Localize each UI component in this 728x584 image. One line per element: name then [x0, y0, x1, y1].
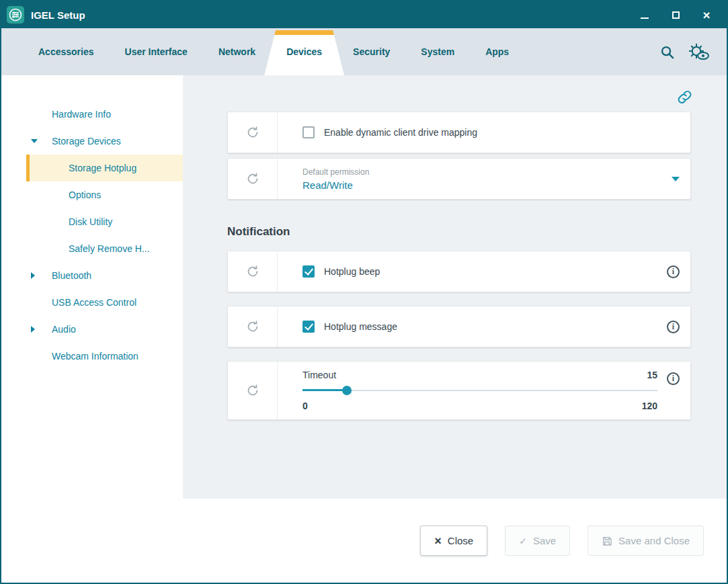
- dropdown-caret-icon[interactable]: [672, 177, 680, 181]
- drive-mapping-checkbox[interactable]: [302, 126, 315, 138]
- hotplug-beep-label: Hotplug beep: [324, 266, 380, 277]
- timeout-max: 120: [642, 401, 657, 411]
- footer-bar: × Close ✓ Save Save and Close: [1, 499, 727, 583]
- timeout-value: 15: [647, 370, 657, 380]
- timeout-label: Timeout: [302, 370, 336, 380]
- sidebar-item-storage-devices[interactable]: Storage Devices: [1, 128, 183, 155]
- sidebar-item-storage-hotplug[interactable]: Storage Hotplug: [26, 155, 183, 181]
- section-title-notification: Notification: [227, 225, 691, 239]
- reset-to-default-button[interactable]: [228, 159, 278, 199]
- save-button[interactable]: ✓ Save: [505, 526, 570, 556]
- chevron-right-icon[interactable]: [31, 272, 35, 279]
- close-button[interactable]: × Close: [420, 526, 487, 556]
- tab-network[interactable]: Network: [203, 28, 271, 75]
- reset-to-default-button[interactable]: [228, 112, 278, 153]
- minimize-icon: [641, 17, 649, 19]
- tab-bar: Accessories User Interface Network Devic…: [1, 28, 727, 75]
- body: Hardware Info Storage Devices Storage Ho…: [1, 75, 727, 499]
- slider-thumb[interactable]: [342, 386, 352, 395]
- hotplug-beep-checkbox[interactable]: [302, 265, 315, 278]
- reset-to-default-button[interactable]: [228, 251, 278, 292]
- igel-setup-window: IGEL Setup × Accessories User Interface …: [0, 0, 728, 584]
- minimize-button[interactable]: [639, 9, 650, 20]
- reset-to-default-button[interactable]: [228, 362, 278, 419]
- tab-apps[interactable]: Apps: [470, 28, 524, 75]
- setting-row-default-permission: Default permission Read/Write: [227, 158, 691, 200]
- search-icon[interactable]: [659, 44, 675, 60]
- igel-logo-icon: [7, 6, 24, 24]
- setting-row-timeout: Timeout 15 0 120 i: [227, 361, 691, 420]
- tabbar-icons: [659, 28, 727, 75]
- hotplug-message-checkbox[interactable]: [302, 321, 315, 333]
- drive-mapping-label: Enable dynamic client drive mapping: [324, 127, 477, 138]
- setting-row-drive-mapping: Enable dynamic client drive mapping: [227, 112, 691, 153]
- tab-accessories[interactable]: Accessories: [23, 28, 110, 75]
- info-icon[interactable]: i: [667, 265, 680, 278]
- sidebar-item-safely-remove[interactable]: Safely Remove H...: [1, 235, 183, 262]
- tab-user-interface[interactable]: User Interface: [110, 28, 203, 75]
- window-controls: ×: [639, 9, 717, 20]
- hotplug-message-label: Hotplug message: [324, 321, 397, 332]
- window-title: IGEL Setup: [31, 9, 85, 21]
- chevron-right-icon[interactable]: [31, 326, 35, 333]
- reset-to-default-button[interactable]: [228, 306, 278, 347]
- gear-eye-icon[interactable]: [688, 43, 709, 61]
- setting-row-hotplug-message: Hotplug message i: [227, 306, 691, 347]
- sidebar-item-usb-access-control[interactable]: USB Access Control: [1, 289, 183, 316]
- timeout-slider[interactable]: [302, 385, 657, 396]
- sidebar-item-options[interactable]: Options: [1, 181, 183, 208]
- default-permission-value: Read/Write: [302, 179, 369, 191]
- floppy-disk-icon: [602, 536, 612, 546]
- default-permission-label: Default permission: [302, 167, 369, 177]
- tab-devices[interactable]: Devices: [271, 28, 337, 75]
- chevron-down-icon[interactable]: [31, 139, 38, 143]
- default-permission-select[interactable]: Default permission Read/Write: [302, 167, 369, 191]
- close-window-button[interactable]: ×: [701, 9, 712, 20]
- titlebar: IGEL Setup ×: [1, 1, 727, 28]
- settings-panel: Enable dynamic client drive mapping Defa…: [183, 75, 727, 499]
- info-icon[interactable]: i: [667, 321, 680, 333]
- close-x-icon: ×: [434, 535, 442, 547]
- timeout-min: 0: [302, 401, 308, 411]
- info-icon[interactable]: i: [667, 372, 680, 385]
- link-icon[interactable]: [676, 89, 693, 108]
- setting-row-hotplug-beep: Hotplug beep i: [227, 251, 691, 292]
- maximize-button[interactable]: [670, 9, 681, 20]
- check-icon: ✓: [519, 536, 527, 546]
- sidebar-item-webcam-information[interactable]: Webcam Information: [1, 343, 183, 370]
- maximize-icon: [672, 11, 680, 19]
- sidebar-item-audio[interactable]: Audio: [1, 316, 183, 343]
- sidebar-item-bluetooth[interactable]: Bluetooth: [1, 262, 183, 289]
- slider-fill: [302, 389, 347, 391]
- close-icon: ×: [702, 9, 710, 22]
- sidebar-item-hardware-info[interactable]: Hardware Info: [1, 101, 183, 128]
- sidebar-nav: Hardware Info Storage Devices Storage Ho…: [1, 75, 183, 499]
- tab-system[interactable]: System: [405, 28, 470, 75]
- sidebar-item-disk-utility[interactable]: Disk Utility: [1, 208, 183, 235]
- save-and-close-button[interactable]: Save and Close: [588, 526, 704, 556]
- tab-security[interactable]: Security: [337, 28, 405, 75]
